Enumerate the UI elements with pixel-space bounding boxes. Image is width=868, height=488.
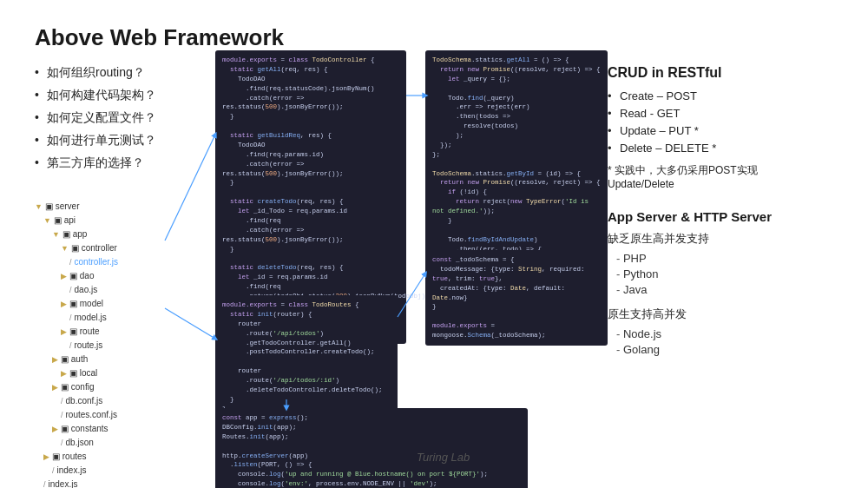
appserver-title: App Server & HTTP Server — [608, 209, 842, 224]
bullet-4: 如何进行单元测试？ — [35, 133, 208, 148]
crud-list: Create – POST Read - GET Update – PUT * … — [608, 89, 842, 155]
tree-index2: index.js — [49, 478, 78, 488]
native-golang: Golang — [616, 343, 842, 356]
tree-index1: index.js — [57, 464, 87, 478]
crud-title: CRUD in RESTful — [608, 65, 842, 81]
native-nodejs: Node.js — [616, 327, 842, 340]
tree-controller: ▣ controller — [71, 241, 117, 255]
tree-config: ▣ config — [61, 380, 94, 394]
lacking-list: PHP Python Java — [608, 252, 842, 296]
code-panel-3: const _todoSchema = { todoMessage: {type… — [425, 250, 608, 346]
turing-lab-label: Turing Lab — [417, 451, 470, 464]
tree-model-js: model.js — [75, 311, 107, 325]
right-panel: CRUD in RESTful Create – POST Read - GET… — [608, 65, 842, 366]
code-panel-5: const app = express(); DBConfig.init(app… — [215, 408, 528, 488]
tree-dao-js: dao.js — [75, 283, 98, 297]
crud-delete: Delete – DELETE * — [608, 142, 842, 155]
lacking-php: PHP — [616, 252, 842, 265]
tree-route: ▣ route — [69, 325, 100, 339]
tree-dbjson: db.json — [66, 436, 94, 450]
bullet-5: 第三方库的选择？ — [35, 155, 208, 171]
tree-route-js: route.js — [75, 339, 103, 353]
tree-routesconf: routes.conf.js — [66, 408, 117, 422]
file-tree: ▼▣ server ▼▣ api ▼▣ app ▼▣ controller /c… — [35, 200, 200, 488]
left-panel: 如何组织routing？ 如何构建代码架构？ 如何定义配置文件？ 如何进行单元测… — [35, 65, 208, 178]
tree-local: ▣ local — [69, 366, 97, 380]
crud-read: Read - GET — [608, 107, 842, 120]
crud-create: Create – POST — [608, 89, 842, 102]
lacking-java: Java — [616, 283, 842, 296]
native-list: Node.js Golang — [608, 327, 842, 356]
bullet-3: 如何定义配置文件？ — [35, 110, 208, 126]
tree-model: ▣ model — [69, 297, 103, 311]
bullet-1: 如何组织routing？ — [35, 65, 208, 81]
bullet-2: 如何构建代码架构？ — [35, 88, 208, 103]
tree-routes: ▣ routes — [52, 450, 87, 464]
tree-app: ▣ app — [62, 228, 87, 241]
bullet-list: 如何组织routing？ 如何构建代码架构？ 如何定义配置文件？ 如何进行单元测… — [35, 65, 208, 171]
crud-update: Update – PUT * — [608, 124, 842, 137]
tree-dao: ▣ dao — [69, 269, 94, 283]
code-panel-4: module.exports = class TodoRoutes { stat… — [215, 295, 398, 419]
appserver-subtitle2: 原生支持高并发 — [608, 307, 842, 322]
lacking-python: Python — [616, 267, 842, 280]
tree-constants: ▣ constants — [61, 422, 108, 436]
crud-note: * 实践中，大多仍采用POST实现Update/Delete — [608, 163, 842, 190]
tree-auth: ▣ auth — [61, 353, 88, 366]
tree-server: ▣ server — [45, 200, 80, 214]
page-title: Above Web Framework — [35, 24, 833, 51]
slide: Above Web Framework 如何组织routing？ 如何构建代码架… — [0, 0, 868, 488]
tree-api: ▣ api — [54, 214, 76, 228]
appserver-subtitle1: 缺乏原生高并发支持 — [608, 231, 842, 247]
tree-dbconf: db.conf.js — [66, 394, 103, 408]
tree-controller-js: controller.js — [75, 255, 119, 269]
